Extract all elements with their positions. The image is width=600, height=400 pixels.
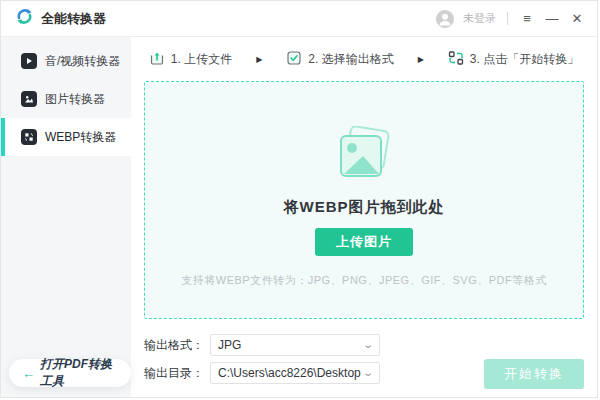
convert-arrows-icon	[448, 50, 464, 69]
step-label: 3. 点击「开始转换」	[470, 51, 579, 68]
step-arrow-icon: ▶	[256, 55, 262, 64]
output-format-value: JPG	[218, 338, 241, 352]
sidebar: 音/视频转换器 图片转换器	[1, 37, 131, 397]
app-logo-icon	[15, 7, 34, 30]
picture-placeholder-icon	[333, 126, 395, 188]
output-format-select[interactable]: JPG ⌄	[210, 334, 380, 356]
left-arrow-icon: ←	[22, 366, 35, 381]
supported-formats-text: 支持将WEBP文件转为：JPG、PNG、JPEG、GIF、SVG、PDF等格式	[145, 273, 583, 288]
login-status[interactable]: 未登录	[463, 11, 496, 26]
title-bar-left: 全能转换器	[15, 7, 106, 30]
step-label: 1. 上传文件	[171, 51, 232, 68]
app-title: 全能转换器	[41, 10, 106, 28]
window-body: 音/视频转换器 图片转换器	[1, 37, 597, 397]
step-label: 2. 选择输出格式	[308, 51, 393, 68]
chevron-down-icon: ⌄	[362, 340, 374, 350]
title-bar: 全能转换器 未登录 ≡ — ✕	[1, 1, 597, 37]
avatar[interactable]	[436, 10, 454, 28]
chevron-down-icon: ⌄	[362, 368, 374, 378]
output-directory-label: 输出目录：	[144, 365, 210, 382]
image-icon	[21, 91, 37, 107]
upload-box-icon	[149, 50, 165, 69]
steps-bar: 1. 上传文件 ▶ 2. 选择输出格式 ▶	[131, 37, 597, 81]
sidebar-item-webp-converter[interactable]: WEBP转换器	[1, 118, 131, 156]
output-format-label: 输出格式：	[144, 337, 210, 354]
step-arrow-icon: ▶	[418, 55, 424, 64]
titlebar-divider	[507, 12, 508, 25]
sidebar-item-label: WEBP转换器	[45, 129, 116, 146]
title-bar-right: 未登录 ≡ — ✕	[436, 10, 585, 28]
close-icon[interactable]: ✕	[569, 11, 585, 27]
video-play-icon	[21, 53, 37, 69]
menu-icon[interactable]: ≡	[519, 11, 535, 27]
drop-zone-title: 将WEBP图片拖到此处	[284, 198, 445, 217]
step-upload-file: 1. 上传文件	[149, 50, 232, 69]
minimize-icon[interactable]: —	[544, 11, 560, 27]
sidebar-item-image-converter[interactable]: 图片转换器	[1, 80, 131, 118]
output-format-row: 输出格式： JPG ⌄	[144, 334, 584, 356]
sidebar-item-label: 图片转换器	[45, 91, 105, 108]
webp-drop-zone[interactable]: 将WEBP图片拖到此处 上传图片 支持将WEBP文件转为：JPG、PNG、JPE…	[144, 81, 584, 319]
upload-image-button[interactable]: 上传图片	[315, 228, 413, 256]
output-settings: 输出格式： JPG ⌄ 输出目录： C:\Users\acc8226\Deskt…	[131, 319, 597, 397]
check-square-icon	[286, 50, 302, 69]
open-pdf-tool-button[interactable]: ← 打开PDF转换工具	[9, 359, 131, 387]
main-panel: 1. 上传文件 ▶ 2. 选择输出格式 ▶	[131, 37, 597, 397]
output-directory-value: C:\Users\acc8226\Desktop	[218, 366, 361, 380]
sidebar-item-label: 音/视频转换器	[45, 53, 120, 70]
start-convert-button[interactable]: 开始转换	[484, 359, 584, 389]
step-start-convert: 3. 点击「开始转换」	[448, 50, 579, 69]
sidebar-item-audio-video-converter[interactable]: 音/视频转换器	[1, 42, 131, 80]
step-choose-format: 2. 选择输出格式	[286, 50, 393, 69]
app-window: 全能转换器 未登录 ≡ — ✕ 音/视频转换器	[0, 0, 598, 398]
output-directory-select[interactable]: C:\Users\acc8226\Desktop ⌄	[210, 362, 380, 384]
webp-converter-icon	[21, 129, 37, 145]
pdf-tool-label: 打开PDF转换工具	[40, 356, 118, 390]
